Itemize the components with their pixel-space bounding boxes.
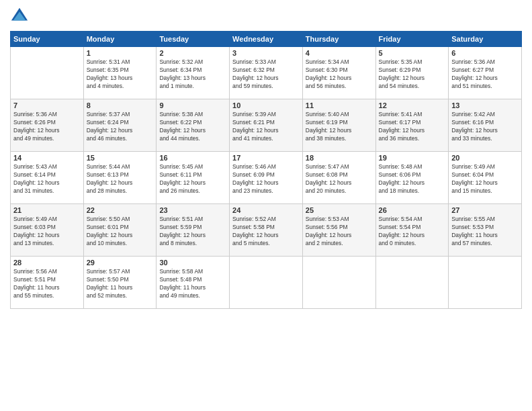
day-number: 26 (379, 206, 446, 214)
cell-content: Sunrise: 5:58 AMSunset: 5:48 PMDaylight:… (159, 268, 226, 300)
calendar-cell (302, 257, 375, 309)
calendar-table: SundayMondayTuesdayWednesdayThursdayFrid… (10, 31, 522, 309)
calendar-cell: 1Sunrise: 5:31 AMSunset: 6:35 PMDaylight… (83, 47, 157, 99)
cell-content: Sunrise: 5:46 AMSunset: 6:09 PMDaylight:… (232, 163, 300, 195)
header-cell-saturday: Saturday (449, 32, 522, 47)
calendar-cell: 24Sunrise: 5:52 AMSunset: 5:58 PMDayligh… (230, 204, 303, 257)
calendar-cell: 2Sunrise: 5:32 AMSunset: 6:34 PMDaylight… (157, 47, 230, 99)
day-number: 20 (451, 154, 519, 162)
day-number: 11 (306, 101, 373, 109)
cell-content: Sunrise: 5:51 AMSunset: 5:59 PMDaylight:… (159, 216, 226, 248)
cell-content: Sunrise: 5:37 AMSunset: 6:24 PMDaylight:… (87, 111, 154, 143)
calendar-cell: 26Sunrise: 5:54 AMSunset: 5:54 PMDayligh… (375, 204, 449, 257)
calendar-cell: 28Sunrise: 5:56 AMSunset: 5:51 PMDayligh… (11, 257, 84, 309)
calendar-cell: 30Sunrise: 5:58 AMSunset: 5:48 PMDayligh… (157, 257, 230, 309)
calendar-cell: 6Sunrise: 5:36 AMSunset: 6:27 PMDaylight… (449, 47, 522, 99)
day-number: 27 (451, 206, 519, 214)
calendar-cell (230, 257, 303, 309)
calendar-cell: 16Sunrise: 5:45 AMSunset: 6:11 PMDayligh… (157, 152, 230, 204)
day-number: 14 (13, 154, 81, 162)
calendar-cell: 20Sunrise: 5:49 AMSunset: 6:04 PMDayligh… (449, 152, 522, 204)
day-number: 3 (232, 49, 300, 57)
week-row-3: 21Sunrise: 5:49 AMSunset: 6:03 PMDayligh… (11, 204, 522, 257)
cell-content: Sunrise: 5:35 AMSunset: 6:29 PMDaylight:… (379, 58, 446, 91)
calendar-cell: 10Sunrise: 5:39 AMSunset: 6:21 PMDayligh… (230, 99, 303, 152)
cell-content: Sunrise: 5:52 AMSunset: 5:58 PMDaylight:… (232, 216, 300, 248)
day-number: 4 (306, 49, 373, 57)
cell-content: Sunrise: 5:54 AMSunset: 5:54 PMDaylight:… (379, 216, 446, 248)
day-number: 5 (379, 49, 446, 57)
header-cell-tuesday: Tuesday (157, 32, 230, 47)
day-number: 21 (13, 206, 81, 214)
day-number: 15 (87, 154, 154, 162)
cell-content: Sunrise: 5:48 AMSunset: 6:06 PMDaylight:… (379, 163, 446, 195)
day-number: 7 (13, 101, 81, 109)
calendar-cell: 3Sunrise: 5:33 AMSunset: 6:32 PMDaylight… (230, 47, 303, 99)
calendar-cell (449, 257, 522, 309)
cell-content: Sunrise: 5:40 AMSunset: 6:19 PMDaylight:… (306, 111, 373, 143)
cell-content: Sunrise: 5:56 AMSunset: 5:51 PMDaylight:… (13, 268, 81, 300)
cell-content: Sunrise: 5:42 AMSunset: 6:16 PMDaylight:… (451, 111, 519, 143)
calendar-cell: 23Sunrise: 5:51 AMSunset: 5:59 PMDayligh… (157, 204, 230, 257)
day-number: 12 (379, 101, 446, 109)
calendar-cell: 18Sunrise: 5:47 AMSunset: 6:08 PMDayligh… (302, 152, 375, 204)
day-number: 30 (159, 259, 226, 267)
day-number: 23 (159, 206, 226, 214)
calendar-cell: 4Sunrise: 5:34 AMSunset: 6:30 PMDaylight… (302, 47, 375, 99)
header-cell-friday: Friday (375, 32, 449, 47)
header-cell-sunday: Sunday (11, 32, 84, 47)
calendar-cell: 25Sunrise: 5:53 AMSunset: 5:56 PMDayligh… (302, 204, 375, 257)
day-number: 6 (451, 49, 519, 57)
cell-content: Sunrise: 5:44 AMSunset: 6:13 PMDaylight:… (87, 163, 154, 195)
cell-content: Sunrise: 5:55 AMSunset: 5:53 PMDaylight:… (451, 216, 519, 248)
cell-content: Sunrise: 5:47 AMSunset: 6:08 PMDaylight:… (306, 163, 373, 195)
calendar-cell: 13Sunrise: 5:42 AMSunset: 6:16 PMDayligh… (449, 99, 522, 152)
week-row-2: 14Sunrise: 5:43 AMSunset: 6:14 PMDayligh… (11, 152, 522, 204)
day-number: 18 (306, 154, 373, 162)
calendar-cell (375, 257, 449, 309)
cell-content: Sunrise: 5:36 AMSunset: 6:27 PMDaylight:… (451, 58, 519, 91)
calendar-cell: 5Sunrise: 5:35 AMSunset: 6:29 PMDaylight… (375, 47, 449, 99)
week-row-0: 1Sunrise: 5:31 AMSunset: 6:35 PMDaylight… (11, 47, 522, 99)
logo-icon (10, 7, 29, 26)
header-cell-wednesday: Wednesday (230, 32, 303, 47)
day-number: 2 (159, 49, 226, 57)
day-number: 10 (232, 101, 300, 109)
header (10, 7, 522, 26)
day-number: 17 (232, 154, 300, 162)
calendar-cell: 7Sunrise: 5:36 AMSunset: 6:26 PMDaylight… (11, 99, 84, 152)
calendar-cell: 21Sunrise: 5:49 AMSunset: 6:03 PMDayligh… (11, 204, 84, 257)
cell-content: Sunrise: 5:49 AMSunset: 6:04 PMDaylight:… (451, 163, 519, 195)
cell-content: Sunrise: 5:50 AMSunset: 6:01 PMDaylight:… (87, 216, 154, 248)
cell-content: Sunrise: 5:33 AMSunset: 6:32 PMDaylight:… (232, 58, 300, 91)
page: SundayMondayTuesdayWednesdayThursdayFrid… (0, 0, 532, 411)
day-number: 24 (232, 206, 300, 214)
day-number: 28 (13, 259, 81, 267)
logo (10, 7, 32, 26)
calendar-cell: 17Sunrise: 5:46 AMSunset: 6:09 PMDayligh… (230, 152, 303, 204)
cell-content: Sunrise: 5:45 AMSunset: 6:11 PMDaylight:… (159, 163, 226, 195)
calendar-cell: 27Sunrise: 5:55 AMSunset: 5:53 PMDayligh… (449, 204, 522, 257)
cell-content: Sunrise: 5:43 AMSunset: 6:14 PMDaylight:… (13, 163, 81, 195)
calendar-cell: 22Sunrise: 5:50 AMSunset: 6:01 PMDayligh… (83, 204, 157, 257)
day-number: 16 (159, 154, 226, 162)
day-number: 1 (87, 49, 154, 57)
header-cell-thursday: Thursday (302, 32, 375, 47)
cell-content: Sunrise: 5:39 AMSunset: 6:21 PMDaylight:… (232, 111, 300, 143)
calendar-cell: 8Sunrise: 5:37 AMSunset: 6:24 PMDaylight… (83, 99, 157, 152)
calendar-cell: 11Sunrise: 5:40 AMSunset: 6:19 PMDayligh… (302, 99, 375, 152)
day-number: 29 (87, 259, 154, 267)
calendar-cell: 19Sunrise: 5:48 AMSunset: 6:06 PMDayligh… (375, 152, 449, 204)
day-number: 9 (159, 101, 226, 109)
day-number: 13 (451, 101, 519, 109)
calendar-cell (11, 47, 84, 99)
calendar-cell: 14Sunrise: 5:43 AMSunset: 6:14 PMDayligh… (11, 152, 84, 204)
week-row-1: 7Sunrise: 5:36 AMSunset: 6:26 PMDaylight… (11, 99, 522, 152)
cell-content: Sunrise: 5:57 AMSunset: 5:50 PMDaylight:… (87, 268, 154, 300)
cell-content: Sunrise: 5:32 AMSunset: 6:34 PMDaylight:… (159, 58, 226, 91)
cell-content: Sunrise: 5:41 AMSunset: 6:17 PMDaylight:… (379, 111, 446, 143)
header-row: SundayMondayTuesdayWednesdayThursdayFrid… (11, 32, 522, 47)
cell-content: Sunrise: 5:38 AMSunset: 6:22 PMDaylight:… (159, 111, 226, 143)
calendar-cell: 9Sunrise: 5:38 AMSunset: 6:22 PMDaylight… (157, 99, 230, 152)
calendar-cell: 29Sunrise: 5:57 AMSunset: 5:50 PMDayligh… (83, 257, 157, 309)
